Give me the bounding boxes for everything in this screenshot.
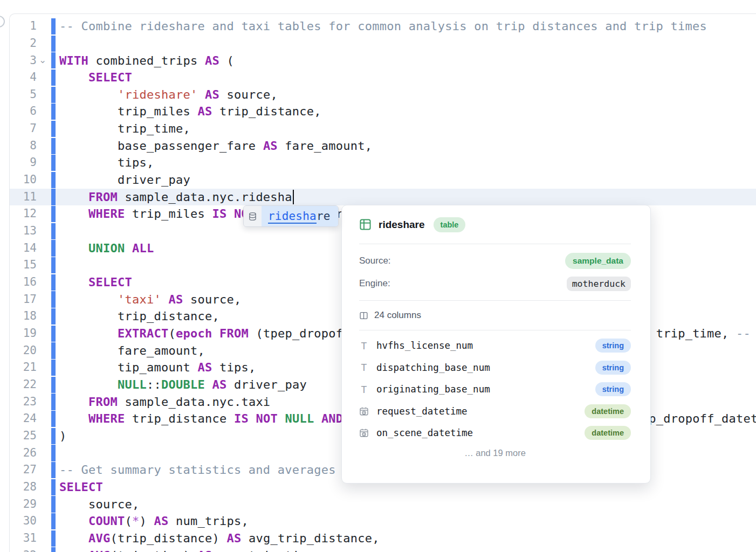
code-token: ::: [147, 378, 161, 391]
code-line[interactable]: SELECT: [59, 69, 756, 86]
code-token: [59, 242, 88, 255]
info-label: Engine:: [359, 278, 390, 289]
column-row[interactable]: Tdispatching_base_numstring: [359, 357, 631, 379]
autocomplete-dropdown: rideshare: [243, 205, 339, 227]
line-number: 16: [0, 274, 37, 291]
code-token: EXTRACT: [118, 327, 168, 340]
change-bar-segment: [51, 308, 56, 325]
code-token: DOUBLE: [161, 378, 205, 391]
autocomplete-item-rideshare[interactable]: rideshare: [262, 206, 338, 226]
code-token: AS: [263, 139, 278, 153]
column-type-badge: string: [595, 382, 631, 396]
code-token: [59, 514, 88, 528]
column-type-badge: datetime: [585, 426, 631, 440]
autocomplete-match-text: ridesha: [268, 210, 317, 224]
code-token: AS: [197, 549, 212, 552]
code-token: fare_amount,: [278, 139, 372, 153]
text-type-icon: T: [359, 384, 369, 395]
line-number: 18: [0, 308, 37, 325]
code-token: [59, 327, 118, 340]
change-bar-segment: [51, 18, 56, 34]
column-type-badge: string: [595, 361, 631, 375]
code-token: (: [219, 54, 234, 67]
code-line[interactable]: AVG(trip_distance) AS avg_trip_distance,: [59, 530, 756, 547]
code-token: (: [168, 327, 176, 340]
code-line[interactable]: trip_miles AS trip_distance,: [59, 103, 756, 120]
code-line[interactable]: trip_time,: [59, 120, 756, 137]
change-bar-segment: [51, 394, 56, 410]
line-number: 6: [0, 103, 37, 120]
change-bar-segment: [51, 462, 56, 478]
column-name: originating_base_num: [376, 384, 588, 395]
code-token: AS: [154, 514, 168, 528]
code-token: tip_amount: [59, 361, 197, 374]
column-row[interactable]: Thvfhs_license_numstring: [359, 335, 631, 357]
line-number: 13: [0, 223, 37, 240]
code-token: SELECT: [59, 480, 103, 494]
change-bar-segment: [51, 326, 56, 342]
code-line[interactable]: base_passenger_fare AS fare_amount,: [59, 137, 756, 155]
line-number: 22: [0, 376, 37, 394]
code-line[interactable]: FROM sample_data.nyc.ridesha: [59, 189, 756, 206]
code-line[interactable]: source,: [59, 496, 756, 513]
code-token: -- seconds: [736, 327, 756, 340]
change-bar-segment: [51, 360, 56, 376]
line-number: 12: [0, 205, 37, 223]
change-bar-segment: [51, 428, 56, 444]
code-line[interactable]: WITH combined_trips AS (: [59, 52, 756, 70]
code-token: WHERE: [88, 207, 125, 220]
code-token: -- Combine rideshare and taxi tables for…: [59, 19, 707, 33]
code-token: ALL: [132, 242, 154, 255]
code-token: trip_distance,: [59, 309, 219, 323]
change-bar-segment: [51, 70, 56, 86]
line-number: 19: [0, 325, 37, 342]
code-token: WITH: [59, 54, 88, 67]
code-token: SELECT: [88, 275, 132, 289]
code-token: AND: [321, 412, 343, 425]
code-token: avg_trip_distance,: [241, 532, 379, 545]
column-row[interactable]: on_scene_datetimedatetime: [359, 422, 631, 444]
code-token: [59, 293, 118, 306]
more-columns-text: … and 19 more: [359, 448, 631, 458]
code-token: ): [139, 514, 154, 528]
line-number: 9: [0, 154, 37, 171]
column-name: dispatching_base_num: [376, 362, 588, 373]
code-line[interactable]: driver_pay: [59, 171, 756, 189]
line-number: 11: [0, 189, 37, 206]
change-bar-segment: [51, 513, 56, 529]
info-value-badge: sample_data: [565, 253, 631, 269]
column-row[interactable]: request_datetimedatetime: [359, 401, 631, 423]
change-bar-segment: [51, 274, 56, 291]
code-line[interactable]: -- Combine rideshare and taxi tables for…: [59, 18, 756, 35]
code-token: AS: [168, 293, 183, 306]
code-token: source,: [219, 88, 278, 101]
code-token: [59, 412, 88, 425]
code-token: 'taxi': [118, 293, 161, 306]
line-number: 20: [0, 342, 37, 360]
code-line[interactable]: COUNT(*) AS num_trips,: [59, 513, 756, 530]
line-number: 5: [0, 86, 37, 104]
code-token: FROM: [88, 395, 118, 409]
database-icon: [244, 206, 262, 226]
code-token: (trip_time): [110, 549, 197, 552]
code-line[interactable]: [59, 35, 756, 52]
change-bar-segment: [51, 479, 56, 495]
code-line[interactable]: tips,: [59, 154, 756, 171]
code-token: AS: [197, 105, 212, 118]
line-number: 3: [0, 52, 37, 70]
column-row[interactable]: Toriginating_base_numstring: [359, 378, 631, 401]
code-token: driver_pay: [226, 378, 306, 391]
columns-summary-text: 24 columns: [374, 310, 421, 321]
code-token: [59, 190, 88, 204]
code-token: [59, 71, 88, 84]
fold-chevron-icon[interactable]: ⌄: [39, 52, 46, 70]
info-value-badge: motherduck: [567, 277, 631, 291]
code-token: [278, 412, 285, 425]
line-number: 25: [0, 427, 37, 445]
code-line[interactable]: AVG(trip_time) AS avg_trip_time,: [59, 547, 756, 552]
code-line[interactable]: 'rideshare' AS source,: [59, 86, 756, 104]
code-token: trip_time,: [649, 327, 736, 340]
change-bar-segment: [51, 445, 56, 461]
code-token: [59, 549, 88, 552]
change-bar-segment: [51, 291, 56, 307]
